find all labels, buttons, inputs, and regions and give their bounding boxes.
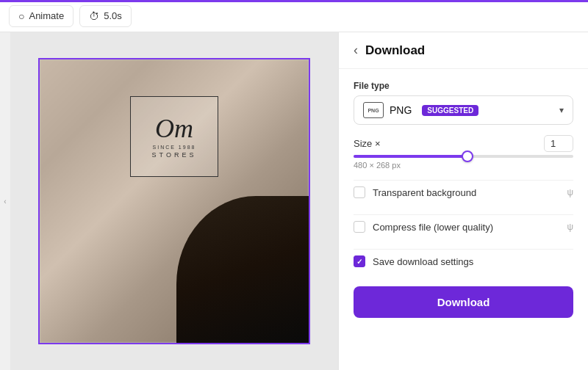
duration-label: 5.0s — [104, 10, 122, 21]
toolbar: ○ Animate ⏱ 5.0s — [0, 0, 588, 32]
transparent-info-icon[interactable]: ψ — [567, 187, 573, 197]
size-section: Size × 480 × 268 px — [354, 135, 573, 170]
file-type-left: PNG PNG SUGGESTED — [363, 102, 478, 118]
transparent-bg-checkbox[interactable] — [354, 186, 365, 198]
size-row: Size × — [354, 135, 573, 152]
save-settings-label: Save download settings — [373, 256, 473, 267]
purple-accent-bar — [0, 0, 588, 2]
sidebar-toggle[interactable]: ‹ — [4, 197, 6, 206]
suggested-badge: SUGGESTED — [422, 105, 478, 116]
logo-script: Om — [155, 115, 193, 142]
main-area: ‹ Om SINCE 1988 STORES ‹ Download File t… — [0, 32, 588, 370]
compress-left: Compress file (lower quality) — [354, 221, 493, 233]
download-button[interactable]: Download — [354, 286, 573, 318]
animate-button[interactable]: ○ Animate — [9, 5, 74, 27]
transparent-bg-label: Transparent background — [373, 187, 476, 198]
back-button[interactable]: ‹ — [354, 43, 358, 58]
file-type-name: PNG — [390, 104, 412, 116]
size-input[interactable] — [544, 135, 573, 152]
panel-title: Download — [365, 43, 425, 58]
left-sidebar: ‹ — [0, 32, 10, 370]
save-settings-row: Save download settings — [354, 249, 573, 273]
download-panel: ‹ Download File type PNG PNG SUGGESTED ▾ — [338, 32, 588, 370]
logo-overlay: Om SINCE 1988 STORES — [130, 96, 218, 177]
transparent-bg-row: Transparent background ψ — [354, 180, 573, 204]
png-icon: PNG — [363, 102, 384, 118]
canvas-frame: Om SINCE 1988 STORES — [38, 58, 310, 344]
save-settings-left: Save download settings — [354, 255, 473, 267]
duration-button[interactable]: ⏱ 5.0s — [79, 5, 132, 27]
transparent-bg-left: Transparent background — [354, 186, 476, 198]
file-type-dropdown[interactable]: PNG PNG SUGGESTED ▾ — [354, 95, 573, 125]
clock-icon: ⏱ — [89, 10, 99, 22]
slider-container — [354, 155, 573, 158]
file-type-section: File type PNG PNG SUGGESTED ▾ — [354, 81, 573, 125]
save-settings-checkbox[interactable] — [354, 255, 365, 267]
panel-header: ‹ Download — [339, 32, 588, 69]
compress-row: Compress file (lower quality) ψ — [354, 214, 573, 239]
logo-since: SINCE 1988 — [153, 145, 196, 150]
animate-icon: ○ — [18, 10, 24, 22]
animate-label: Animate — [29, 10, 64, 21]
canvas-area: Om SINCE 1988 STORES — [10, 32, 338, 370]
logo-stores: STORES — [152, 151, 197, 159]
slider-fill — [354, 155, 467, 158]
size-label: Size × — [354, 138, 381, 149]
compress-label: Compress file (lower quality) — [373, 222, 493, 233]
slider-track — [354, 155, 573, 158]
chevron-down-icon: ▾ — [559, 105, 564, 115]
file-type-label: File type — [354, 81, 573, 91]
panel-body: File type PNG PNG SUGGESTED ▾ Size × — [339, 69, 588, 330]
size-px-label: 480 × 268 px — [354, 161, 573, 170]
compress-checkbox[interactable] — [354, 221, 365, 233]
compress-info-icon[interactable]: ψ — [567, 222, 573, 232]
